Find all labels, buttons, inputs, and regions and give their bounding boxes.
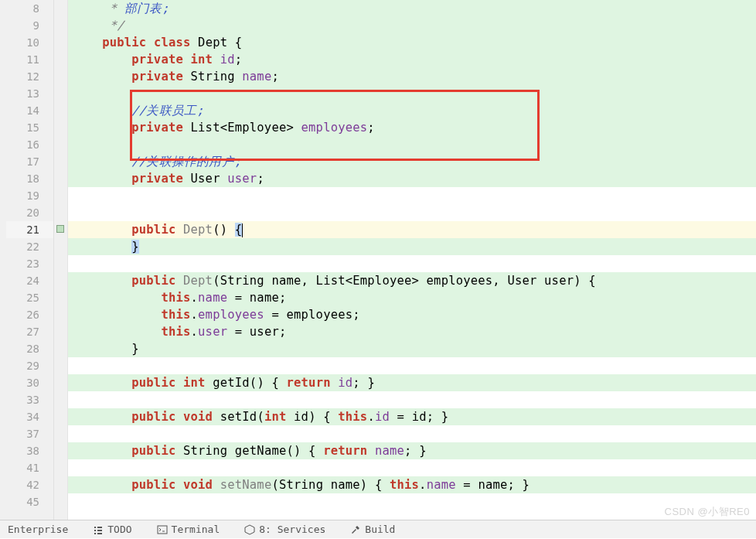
line-number[interactable]: 21 — [6, 221, 53, 238]
line-number[interactable]: 22 — [6, 238, 53, 255]
code-line[interactable] — [68, 357, 756, 374]
line-number[interactable]: 16 — [6, 136, 53, 153]
line-number[interactable]: 29 — [6, 357, 53, 374]
code-line[interactable]: } — [68, 340, 756, 357]
line-number[interactable]: 38 — [6, 442, 53, 459]
line-number[interactable]: 17 — [6, 153, 53, 170]
bottom-tool-bar: Enterprise TODO Terminal 8: Services Bui… — [0, 520, 756, 538]
tool-build[interactable]: Build — [346, 524, 400, 535]
code-line[interactable] — [68, 187, 756, 204]
line-number[interactable]: 12 — [6, 68, 53, 85]
list-icon — [93, 524, 104, 535]
code-line-current[interactable]: public Dept() { — [68, 221, 756, 238]
fold-gutter[interactable] — [54, 0, 68, 520]
svg-rect-0 — [158, 526, 167, 534]
hammer-icon — [350, 524, 361, 535]
code-line[interactable] — [68, 425, 756, 442]
text-caret — [242, 223, 243, 237]
code-line[interactable] — [68, 136, 756, 153]
code-line[interactable] — [68, 493, 756, 510]
code-line[interactable]: */ — [68, 17, 756, 34]
line-number[interactable]: 45 — [6, 493, 53, 510]
line-number[interactable]: 19 — [6, 187, 53, 204]
code-line[interactable] — [68, 85, 756, 102]
services-icon — [244, 524, 255, 535]
code-line[interactable]: } — [68, 238, 756, 255]
line-number[interactable]: 20 — [6, 204, 53, 221]
code-line[interactable]: public Dept(String name, List<Employee> … — [68, 272, 756, 289]
watermark-text: CSDN @小智RE0 — [665, 505, 750, 519]
code-line[interactable]: public String getName() { return name; } — [68, 442, 756, 459]
code-line[interactable]: public int getId() { return id; } — [68, 374, 756, 391]
line-number[interactable]: 26 — [6, 306, 53, 323]
terminal-icon — [157, 524, 168, 535]
line-number[interactable]: 18 — [6, 170, 53, 187]
code-line[interactable]: //关联员工; — [68, 102, 756, 119]
code-line[interactable] — [68, 459, 756, 476]
line-number[interactable]: 24 — [6, 272, 53, 289]
code-line[interactable] — [68, 255, 756, 272]
fold-marker-icon[interactable] — [56, 225, 64, 233]
line-number[interactable]: 28 — [6, 340, 53, 357]
code-line[interactable]: //关联操作的用户; — [68, 153, 756, 170]
code-line[interactable]: public class Dept { — [68, 34, 756, 51]
tool-todo[interactable]: TODO — [88, 524, 136, 535]
tool-terminal[interactable]: Terminal — [152, 524, 225, 535]
line-number[interactable]: 34 — [6, 408, 53, 425]
line-number-gutter[interactable]: 8910111213141516171819202122232425262728… — [6, 0, 54, 520]
line-number[interactable]: 13 — [6, 85, 53, 102]
code-line[interactable]: public void setName(String name) { this.… — [68, 476, 756, 493]
code-line[interactable]: this.user = user; — [68, 323, 756, 340]
tool-enterprise[interactable]: Enterprise — [3, 524, 73, 535]
code-line[interactable]: this.name = name; — [68, 289, 756, 306]
code-line[interactable]: this.employees = employees; — [68, 306, 756, 323]
code-line[interactable] — [68, 391, 756, 408]
breakpoint-gutter[interactable] — [0, 0, 6, 520]
line-number[interactable]: 15 — [6, 119, 53, 136]
line-number[interactable]: 33 — [6, 391, 53, 408]
line-number[interactable]: 9 — [6, 17, 53, 34]
line-number[interactable]: 8 — [6, 0, 53, 17]
line-number[interactable]: 42 — [6, 476, 53, 493]
line-number[interactable]: 14 — [6, 102, 53, 119]
line-number[interactable]: 10 — [6, 34, 53, 51]
code-area[interactable]: * 部门表; */ public class Dept { private in… — [68, 0, 756, 520]
line-number[interactable]: 23 — [6, 255, 53, 272]
code-editor[interactable]: 8910111213141516171819202122232425262728… — [0, 0, 756, 520]
code-line[interactable]: private List<Employee> employees; — [68, 119, 756, 136]
line-number[interactable]: 11 — [6, 51, 53, 68]
line-number[interactable]: 25 — [6, 289, 53, 306]
code-line[interactable]: public void setId(int id) { this.id = id… — [68, 408, 756, 425]
line-number[interactable]: 41 — [6, 459, 53, 476]
code-line[interactable]: private int id; — [68, 51, 756, 68]
code-line[interactable] — [68, 204, 756, 221]
code-line[interactable]: private String name; — [68, 68, 756, 85]
tool-services[interactable]: 8: Services — [240, 524, 330, 535]
code-line[interactable]: * 部门表; — [68, 0, 756, 17]
code-line[interactable]: private User user; — [68, 170, 756, 187]
line-number[interactable]: 37 — [6, 425, 53, 442]
line-number[interactable]: 30 — [6, 374, 53, 391]
line-number[interactable]: 27 — [6, 323, 53, 340]
